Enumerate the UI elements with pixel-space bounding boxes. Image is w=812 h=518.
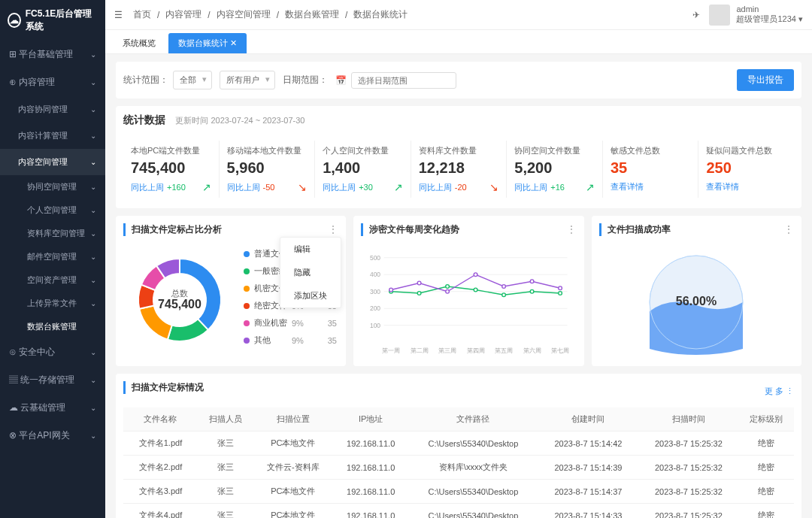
breadcrumb-item[interactable]: 内容管理 [165,8,201,21]
detail-link[interactable]: 查看详情 [611,181,691,192]
table-cell: 192.168.11.0 [333,504,408,519]
donut-title: 扫描文件定标占比分析 [123,223,338,236]
breadcrumb-item[interactable]: 数据台账统计 [353,8,408,21]
export-button[interactable]: 导出报告 [737,69,794,91]
stat-label: 敏感文件总数 [611,145,691,156]
col-header: 扫描时间 [638,407,738,432]
avatar[interactable] [709,5,730,26]
stat-card: 协同空间文件数量 5,200同比上周+16↗ [507,141,603,198]
tab[interactable]: 数据台账统计 ✕ [168,33,247,53]
menu-section[interactable]: ⊙ 安全中心⌄ [0,338,105,366]
menu-subitem[interactable]: 上传异常文件⌄ [0,292,105,315]
svg-text:第五周: 第五周 [495,347,514,354]
svg-point-26 [389,288,393,292]
tab-bar: 系统概览数据台账统计 ✕ [105,30,812,54]
table-cell: 绝密 [739,480,794,504]
table-cell: 张三 [198,480,253,504]
more-link[interactable]: 更 多 ⋮ [765,386,794,397]
user-select[interactable]: 所有用户 [220,71,275,89]
menu-subitem[interactable]: 资料库空间管理⌄ [0,222,105,245]
stat-label: 资料库文件数量 [419,145,499,156]
detail-link[interactable]: 查看详情 [706,181,786,192]
table-row[interactable]: 文件名2.pdf张三文件云-资料库192.168.11.0资料库\xxxx文件夹… [123,456,794,480]
topbar: ☰ 首页 / 内容管理 / 内容空间管理 / 数据台账管理 / 数据台账统计 ✈… [105,0,812,30]
trend-icon: ↗ [202,181,211,193]
menu-subitem[interactable]: 空间资产管理⌄ [0,268,105,292]
breadcrumb-item[interactable]: 内容空间管理 [217,8,271,21]
more-icon[interactable]: ⋮ [566,223,577,235]
more-icon[interactable]: ⋮ [783,223,794,235]
stat-card: 资料库文件数量 12,218同比上周-20↘ [411,141,508,198]
dropdown-item[interactable]: 编辑 [280,238,341,261]
gauge-panel: 文件扫描成功率 ⋮ 56.00% [592,216,801,366]
stat-value: 12,218 [419,159,499,177]
table-cell: PC本地文件 [253,480,333,504]
table-cell: 文件名2.pdf [123,456,198,480]
svg-point-24 [531,289,535,293]
menu-subitem[interactable]: 个人空间管理⌄ [0,198,105,222]
menu-item[interactable]: 内容协同管理⌄ [0,96,105,123]
send-icon[interactable]: ✈ [692,10,700,20]
svg-text:第七周: 第七周 [552,347,570,354]
menu-section[interactable]: ⊕ 内容管理⌄ [0,68,105,96]
menu-subitem[interactable]: 数据台账管理 [0,315,105,338]
col-header: 文件名称 [123,407,198,432]
breadcrumb-item[interactable]: 数据台账管理 [285,8,339,21]
table-panel: 扫描文件定标情况 更 多 ⋮ 文件名称扫描人员扫描位置IP地址文件路径创建时间扫… [116,374,801,518]
more-icon[interactable]: ⋮ [328,223,338,235]
svg-point-29 [474,273,478,277]
stat-delta: -20 [455,183,467,192]
stat-label: 个人空间文件数量 [323,145,403,156]
chevron-down-icon: ⌄ [90,183,96,191]
menu-section[interactable]: ⊞ 平台基础管理⌄ [0,41,105,68]
trend-icon: ↘ [489,181,498,193]
stat-card: 移动端本地文件数量 5,960同比上周-50↘ [220,141,316,198]
dropdown-menu: 编辑隐藏添加区块 [280,237,341,308]
chevron-down-icon: ⌄ [90,404,96,412]
menu-toggle-icon[interactable]: ☰ [114,10,123,20]
svg-text:300: 300 [370,288,380,295]
tab[interactable]: 系统概览 [113,33,165,53]
svg-text:总数: 总数 [171,289,188,298]
menu-subitem[interactable]: 邮件空间管理⌄ [0,245,105,268]
table-row[interactable]: 文件名3.pdf张三PC本地文件192.168.11.0C:\Users\553… [123,480,794,504]
user-name: admin [736,5,803,14]
menu-item[interactable]: 内容计算管理⌄ [0,123,105,149]
dropdown-item[interactable]: 隐藏 [280,261,341,284]
table-cell: 2023-8-7 15:25:32 [638,480,738,504]
table-row[interactable]: 文件名4.pdf张三PC本地文件192.168.11.0C:\Users\553… [123,504,794,519]
trend-icon: ↗ [394,181,403,193]
svg-point-32 [559,286,562,290]
chevron-down-icon: ⌄ [90,299,96,307]
scan-table: 文件名称扫描人员扫描位置IP地址文件路径创建时间扫描时间定标级别 文件名1.pd… [123,407,794,518]
breadcrumb-item[interactable]: 首页 [133,8,151,21]
user-info[interactable]: admin 超级管理员1234 ▾ [736,5,803,25]
table-cell: 2023-8-7 15:25:32 [638,432,738,456]
legend-item[interactable]: 其他9%35 [244,335,337,346]
stat-delta: +16 [550,183,565,192]
svg-point-30 [502,285,506,289]
col-header: 文件路径 [408,407,538,432]
table-cell: 文件名3.pdf [123,480,198,504]
svg-text:第二周: 第二周 [411,347,429,354]
stats-date: 更新时间 2023-07-24 ~ 2023-07-30 [175,116,304,125]
date-input[interactable] [351,72,456,89]
logo: ☁ FC5.1E后台管理系统 [0,0,105,41]
table-title: 扫描文件定标情况 [123,381,204,394]
menu-section[interactable]: ☁ 云基础管理⌄ [0,394,105,422]
table-row[interactable]: 文件名1.pdf张三PC本地文件192.168.11.0C:\Users\553… [123,432,794,456]
app-name: FC5.1E后台管理系统 [26,8,98,33]
svg-text:第一周: 第一周 [383,347,401,354]
dropdown-item[interactable]: 添加区块 [280,284,341,307]
stat-label: 协同空间文件数量 [514,145,595,156]
col-header: 定标级别 [739,407,794,432]
menu-subitem[interactable]: 协同空间管理⌄ [0,175,105,198]
range-select[interactable]: 全部 [173,71,212,89]
legend-item[interactable]: 商业机密9%35 [244,317,337,329]
chevron-down-icon: ⌄ [90,158,96,166]
table-cell: C:\Users\55340\Desktop [408,432,538,456]
menu-section[interactable]: ▤ 统一存储管理⌄ [0,366,105,394]
menu-item[interactable]: 内容空间管理⌄ [0,149,105,175]
table-cell: 张三 [198,456,253,480]
menu-section[interactable]: ⊗ 平台API网关⌄ [0,422,105,450]
